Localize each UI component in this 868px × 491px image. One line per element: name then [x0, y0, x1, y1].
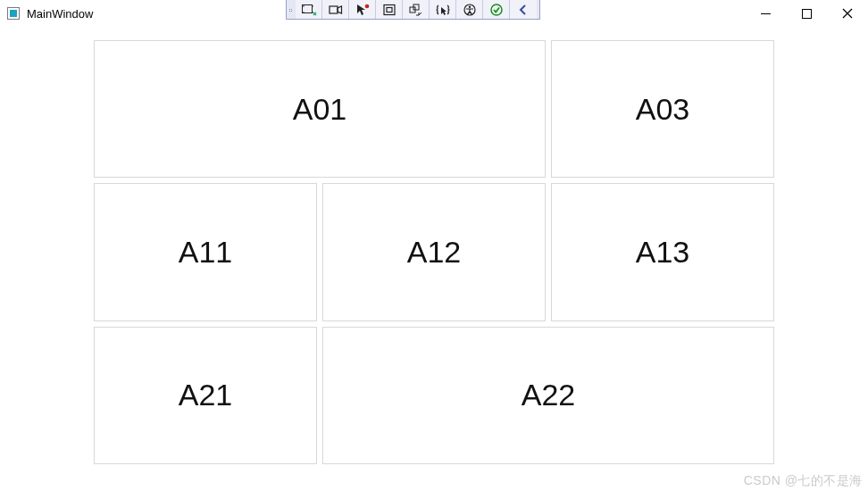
svg-point-6: [312, 5, 313, 7]
cell-label: A13: [636, 235, 690, 270]
svg-point-16: [468, 5, 470, 7]
app-icon: [7, 7, 20, 20]
cell-label: A21: [179, 378, 233, 412]
cell-A11: A11: [94, 183, 317, 320]
cell-A13: A13: [551, 183, 774, 320]
window-title: MainWindow: [27, 7, 93, 21]
cursor-record-icon[interactable]: [349, 0, 376, 19]
cell-A22: A22: [322, 327, 774, 464]
cell-label: A01: [293, 92, 347, 127]
check-circle-icon[interactable]: [483, 0, 510, 19]
cell-A01: A01: [94, 40, 546, 178]
cell-label: A03: [636, 92, 690, 127]
cell-A12: A12: [322, 183, 546, 320]
svg-rect-11: [384, 4, 395, 14]
cell-label: A12: [407, 235, 462, 270]
select-tool-icon[interactable]: [296, 0, 322, 19]
svg-rect-1: [802, 9, 811, 18]
cell-label: A11: [179, 235, 233, 270]
cell-label: A22: [522, 378, 576, 412]
svg-rect-9: [330, 6, 338, 13]
curly-cursor-icon[interactable]: [430, 0, 456, 19]
client-area: A01 A03 A11 A12 A13 A21 A22: [94, 40, 774, 464]
window-controls: [745, 0, 868, 27]
close-button[interactable]: [827, 0, 868, 27]
svg-point-5: [303, 5, 305, 7]
grid: A01 A03 A11 A12 A13 A21 A22: [94, 40, 774, 464]
cell-A21: A21: [94, 327, 317, 464]
toolbar-grip[interactable]: [289, 0, 293, 19]
watermark: CSDN @七的不是海: [744, 473, 863, 489]
cell-A03: A03: [551, 40, 774, 178]
svg-point-8: [312, 12, 313, 13]
arrange-icon[interactable]: [403, 0, 430, 19]
svg-point-7: [303, 12, 305, 13]
square-icon[interactable]: [376, 0, 403, 19]
svg-point-10: [364, 4, 369, 8]
chevron-left-icon[interactable]: [510, 0, 537, 19]
wpf-diagnostic-toolbar: [286, 0, 540, 20]
camera-icon[interactable]: [322, 0, 349, 19]
accessibility-icon[interactable]: [456, 0, 483, 19]
svg-rect-12: [387, 7, 392, 12]
minimize-button[interactable]: [745, 0, 786, 27]
maximize-button[interactable]: [786, 0, 827, 27]
